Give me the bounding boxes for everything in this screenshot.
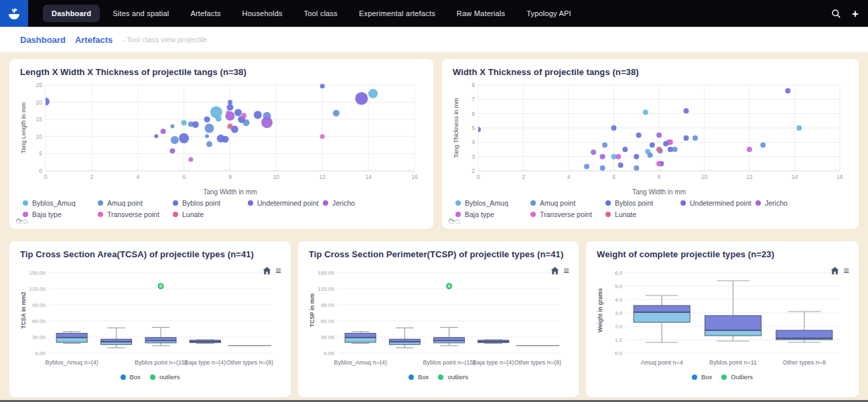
- legend-item-lunate[interactable]: Lunate: [605, 210, 680, 218]
- svg-text:3.0: 3.0: [615, 310, 623, 316]
- svg-text:120.00: 120.00: [29, 286, 46, 292]
- legend-dot: [438, 375, 443, 380]
- legend-item-undetermined-point[interactable]: Undetermined point: [680, 199, 755, 207]
- plus-icon[interactable]: +: [852, 8, 859, 19]
- nav-item-experimental-artefacts[interactable]: Experimental artefacts: [350, 5, 444, 22]
- svg-text:90.00: 90.00: [321, 302, 335, 308]
- chart-title: Tip Cross Section Area(TCSA) of projecti…: [20, 249, 281, 259]
- nav-item-artefacts[interactable]: Artefacts: [182, 5, 229, 22]
- amcharts-logo-icon[interactable]: [447, 214, 467, 226]
- breadcrumb: Dashboard Artefacts - Tool class view pr…: [0, 27, 868, 52]
- chart-card-width-thickness: Width X Thickness of projectile tangs (n…: [442, 59, 859, 229]
- scatter-legend: Byblos_AmuqAmuq pointByblos pointUndeter…: [455, 199, 849, 218]
- scatter-plot-area[interactable]: 02468101214160510152025Tang Width in mmT…: [19, 78, 424, 198]
- svg-text:16: 16: [837, 174, 843, 180]
- legend-item-box[interactable]: Box: [692, 373, 712, 381]
- legend-item-amuq-point[interactable]: Amuq point: [98, 199, 173, 207]
- legend-label: Baja type: [465, 210, 494, 218]
- legend-item-byblos-amuq[interactable]: Byblos_Amuq: [23, 199, 98, 207]
- tcsa-svg: 0.0030.0060.0090.00120.00150.00Byblos_Am…: [19, 261, 281, 371]
- breadcrumb-dashboard[interactable]: Dashboard: [20, 35, 66, 45]
- search-icon[interactable]: [831, 9, 841, 19]
- svg-text:Byblos_Amuq n=(4): Byblos_Amuq n=(4): [46, 359, 98, 366]
- legend-item-undetermined-point[interactable]: Undetermined point: [248, 199, 323, 207]
- menu-icon[interactable]: ≡: [275, 265, 281, 275]
- svg-text:4: 4: [136, 174, 139, 180]
- legend-label: Transverse point: [540, 210, 592, 218]
- legend-item-byblos-point[interactable]: Byblos point: [605, 199, 680, 207]
- box-plot-area[interactable]: 0.01.02.03.04.05.06.0Amuq point n=4Byblo…: [595, 261, 849, 371]
- app-logo[interactable]: [0, 0, 28, 27]
- legend-item-outliers[interactable]: outliers: [438, 373, 468, 381]
- nav-item-tool-class[interactable]: Tool class: [295, 5, 346, 22]
- amcharts-logo-icon[interactable]: [15, 214, 35, 226]
- legend-dot: [23, 200, 28, 206]
- legend-item-outliers[interactable]: Outliers: [721, 373, 753, 381]
- legend-label: Transverse point: [107, 210, 159, 218]
- breadcrumb-artefacts[interactable]: Artefacts: [75, 35, 113, 45]
- legend-label: Box: [130, 373, 141, 381]
- nav-item-sites-and-spatial[interactable]: Sites and spatial: [104, 5, 177, 22]
- legend-item-byblos-point[interactable]: Byblos point: [173, 199, 248, 207]
- chart-toolbar: ≡: [551, 265, 569, 275]
- svg-text:5: 5: [472, 125, 475, 131]
- box-plot-area[interactable]: 0.0030.0060.0090.00120.00150.00Byblos_Am…: [307, 261, 569, 371]
- legend-item-box[interactable]: Box: [121, 373, 141, 381]
- legend-item-transverse-point[interactable]: Transverse point: [530, 210, 605, 218]
- legend-item-lunate[interactable]: Lunate: [173, 210, 248, 218]
- legend-item-byblos-amuq[interactable]: Byblos_Amuq: [455, 199, 530, 207]
- legend-label: Box: [701, 373, 712, 381]
- chart-card-length-width-thickness: Length X Width X Thickness of projectile…: [9, 59, 433, 229]
- svg-text:Byblos_Amuq n=(4): Byblos_Amuq n=(4): [334, 359, 386, 366]
- menu-icon[interactable]: ≡: [563, 265, 569, 275]
- nav-items: DashboardSites and spatialArtefactsHouse…: [43, 5, 580, 22]
- legend-dot: [248, 200, 253, 206]
- legend-label: Outliers: [731, 373, 753, 381]
- legend-dot: [409, 375, 414, 380]
- nav-item-raw-materials[interactable]: Raw Materials: [448, 5, 514, 22]
- svg-text:Other types n=(8): Other types n=(8): [226, 359, 273, 366]
- home-icon[interactable]: [830, 267, 839, 275]
- scatter-legend: Byblos_AmuqAmuq pointByblos pointUndeter…: [23, 199, 424, 218]
- svg-text:16: 16: [411, 174, 418, 180]
- nav-item-households[interactable]: Households: [234, 5, 291, 22]
- svg-text:6.0: 6.0: [615, 270, 623, 276]
- legend-dot: [173, 200, 178, 206]
- svg-text:Baja type n=(4): Baja type n=(4): [185, 359, 226, 366]
- legend-dot: [755, 200, 761, 206]
- top-navbar: DashboardSites and spatialArtefactsHouse…: [0, 0, 868, 27]
- svg-text:0.00: 0.00: [35, 350, 46, 356]
- legend-item-box[interactable]: Box: [409, 373, 429, 381]
- legend-dot: [692, 375, 697, 380]
- svg-text:30.00: 30.00: [321, 334, 335, 340]
- nav-right: +: [831, 0, 859, 27]
- legend-dot: [680, 200, 686, 206]
- svg-text:TCSP in mm: TCSP in mm: [309, 293, 315, 327]
- home-icon[interactable]: [551, 267, 559, 275]
- svg-text:Byblos point n=11: Byblos point n=11: [709, 359, 757, 366]
- legend-item-jericho[interactable]: Jericho: [323, 199, 398, 207]
- svg-text:0.00: 0.00: [323, 350, 334, 356]
- nav-item-dashboard[interactable]: Dashboard: [43, 5, 100, 22]
- legend-label: Baja type: [32, 210, 62, 218]
- nav-item-typology-api[interactable]: Typology API: [518, 5, 580, 22]
- box-legend: BoxOutliers: [595, 373, 849, 381]
- legend-item-transverse-point[interactable]: Transverse point: [98, 210, 173, 218]
- svg-text:Other types n=(8): Other types n=(8): [514, 359, 561, 366]
- legend-label: Undetermined point: [690, 199, 751, 207]
- svg-text:30.00: 30.00: [32, 334, 46, 340]
- legend-dot: [605, 212, 611, 217]
- legend-label: Byblos point: [182, 199, 220, 207]
- legend-item-jericho[interactable]: Jericho: [755, 199, 830, 207]
- svg-text:8: 8: [228, 174, 232, 180]
- legend-label: Jericho: [332, 199, 355, 207]
- legend-item-outliers[interactable]: outliers: [150, 373, 180, 381]
- legend-item-amuq-point[interactable]: Amuq point: [530, 199, 605, 207]
- scatter-plot-area[interactable]: 02468101214162345678Tang Width in mmTang…: [451, 78, 849, 198]
- menu-icon[interactable]: ≡: [843, 265, 849, 275]
- chart-title: Width X Thickness of projectile tangs (n…: [453, 67, 849, 77]
- svg-text:7: 7: [472, 96, 475, 103]
- home-icon[interactable]: [263, 267, 271, 275]
- svg-text:Weight in grams: Weight in grams: [597, 288, 603, 332]
- box-plot-area[interactable]: 0.0030.0060.0090.00120.00150.00Byblos_Am…: [19, 261, 281, 371]
